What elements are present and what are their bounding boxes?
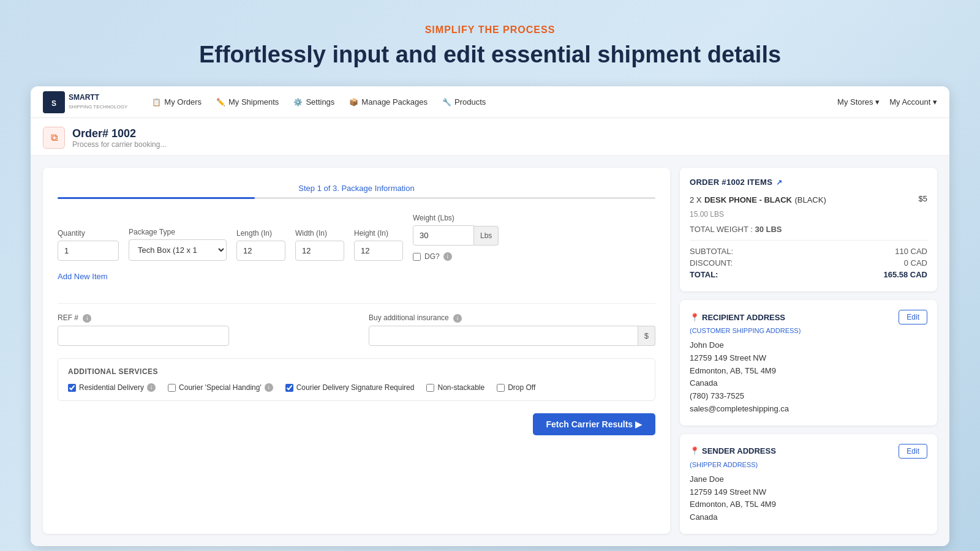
step-progress-fill [58,197,255,199]
item-quantity: 2 X [690,195,702,204]
service-residential-delivery[interactable]: Residential Delivery i [68,383,156,392]
sender-street: 12759 149 Street NW [690,486,927,499]
logo-icon: S [43,91,65,113]
logo-text: SMARTTSHIPPING TECHNOLOGY [69,94,127,110]
width-input[interactable] [295,241,344,261]
breadcrumb: ⧉ Order# 1002 Process for carrier bookin… [31,118,949,156]
residential-info-icon[interactable]: i [147,383,156,392]
recipient-edit-button[interactable]: Edit [899,310,927,324]
sender-city: Edmonton, AB, T5L 4M9 [690,498,927,511]
order-items-ext-link-icon[interactable]: ↗ [776,178,782,187]
order-info: Order# 1002 Process for carrier booking.… [72,127,166,149]
insurance-label: Buy additional insurance i [369,313,655,323]
nav-item-shipments[interactable]: ✏️My Shipments [216,95,279,109]
products-icon: 🔧 [442,98,451,107]
divider [58,303,655,304]
item-name: DESK PHONE - BLACK [704,195,792,204]
total-weight-row: TOTAL WEIGHT : 30 LBS [690,225,927,234]
fetch-row: Fetch Carrier Results ▶ [58,413,655,435]
quantity-input[interactable] [58,241,119,261]
dg-checkbox[interactable] [413,253,421,261]
item-color: (BLACK) [794,195,826,204]
ref-label: REF # i [58,313,344,323]
ref-info-icon[interactable]: i [83,314,91,323]
add-item-link[interactable]: Add New Item [58,272,108,281]
insurance-input-row: $ [369,326,655,346]
insurance-info-icon[interactable]: i [453,314,462,323]
nav-right: My Stores ▾ My Account ▾ [837,97,937,107]
dollar-badge: $ [638,326,655,346]
recipient-street: 12759 149 Street NW [690,352,927,365]
order-totals: SUBTOTAL: 110 CAD DISCOUNT: 0 CAD TOTAL:… [690,240,927,279]
sender-name: Jane Doe [690,473,927,486]
dg-info-icon[interactable]: i [443,252,452,261]
lbs-badge: Lbs [474,226,499,246]
weight-input[interactable] [413,225,474,246]
nav-items: 📋My Orders ✏️My Shipments ⚙️Settings 📦Ma… [152,95,837,109]
weight-group: Weight (Lbs) Lbs DG? i [413,214,499,261]
nav-item-products[interactable]: 🔧Products [442,95,486,109]
recipient-address-card: 📍 RECIPIENT ADDRESS Edit (CUSTOMER SHIPP… [680,300,937,425]
shipments-icon: ✏️ [216,98,225,107]
services-checkboxes: Residential Delivery i Courier 'Special … [68,383,645,392]
total-row: TOTAL: 165.58 CAD [690,270,927,279]
order-subtitle: Process for carrier booking... [72,140,166,149]
residential-delivery-checkbox[interactable] [68,384,76,392]
main-layout: Step 1 of 3. Package Information Quantit… [31,156,949,546]
packages-icon: 📦 [349,98,358,107]
order-title: Order# 1002 [72,127,166,140]
width-label: Width (In) [295,229,344,238]
special-handing-checkbox[interactable] [168,384,176,392]
signature-required-checkbox[interactable] [285,384,293,392]
ref-group: REF # i [58,313,344,346]
nav-item-orders[interactable]: 📋My Orders [152,95,202,109]
service-special-handing[interactable]: Courier 'Special Handing' i [168,383,273,392]
fetch-carrier-results-button[interactable]: Fetch Carrier Results ▶ [533,413,656,435]
ref-input[interactable] [58,326,229,346]
service-non-stackable[interactable]: Non-stackable [426,383,484,392]
recipient-country: Canada [690,377,927,390]
logo-area: S SMARTTSHIPPING TECHNOLOGY [43,91,127,113]
nav-item-packages[interactable]: 📦Manage Packages [349,95,428,109]
dg-label: DG? [424,252,440,261]
height-input[interactable] [354,241,403,261]
recipient-name: John Doe [690,339,927,352]
sender-address-title: 📍 SENDER ADDRESS [690,446,776,455]
fields-row: Quantity Package Type Tech Box (12 x 1 L… [58,214,655,261]
sender-pin-icon: 📍 [690,446,699,455]
form-panel: Step 1 of 3. Package Information Quantit… [43,168,670,534]
recipient-pin-icon: 📍 [690,313,699,322]
recipient-phone: (780) 733-7525 [690,390,927,403]
height-group: Height (In) [354,229,403,261]
special-handing-info-icon[interactable]: i [265,383,273,392]
nav-item-settings[interactable]: ⚙️Settings [293,95,334,109]
drop-off-checkbox[interactable] [497,384,505,392]
discount-row: DISCOUNT: 0 CAD [690,258,927,268]
sidebar-panel: ORDER #1002 ITEMS ↗ 2 X DESK PHONE - BLA… [680,168,937,534]
order-icon: ⧉ [43,127,65,149]
length-label: Length (In) [236,229,285,238]
ref-insurance-row: REF # i Buy additional insurance i $ [58,313,655,346]
package-type-select[interactable]: Tech Box (12 x 1 [129,239,227,261]
package-type-label: Package Type [129,228,227,236]
order-items-title: ORDER #1002 ITEMS ↗ [690,178,927,187]
hero-subtitle: SIMPLIFY THE PROCESS [12,24,968,36]
sender-edit-button[interactable]: Edit [899,444,927,459]
services-title: ADDITIONAL SERVICES [68,367,645,376]
dg-row: DG? i [413,252,499,261]
sender-address-subtitle: (SHIPPER ADDRESS) [690,461,927,468]
sender-address-header: 📍 SENDER ADDRESS Edit [690,444,927,459]
app-container: S SMARTTSHIPPING TECHNOLOGY 📋My Orders ✏… [31,86,949,546]
service-drop-off[interactable]: Drop Off [497,383,535,392]
length-input[interactable] [236,241,285,261]
nav-my-account[interactable]: My Account ▾ [889,97,937,107]
non-stackable-checkbox[interactable] [426,384,434,392]
insurance-input[interactable] [369,326,638,346]
service-signature-required[interactable]: Courier Delivery Signature Required [285,383,415,392]
item-weight: 15.00 LBS [690,210,927,219]
step-indicator: Step 1 of 3. Package Information [58,182,655,193]
nav-my-stores[interactable]: My Stores ▾ [837,97,880,107]
additional-services-section: ADDITIONAL SERVICES Residential Delivery… [58,358,655,401]
step-progress-bar [58,197,655,199]
height-label: Height (In) [354,229,403,238]
